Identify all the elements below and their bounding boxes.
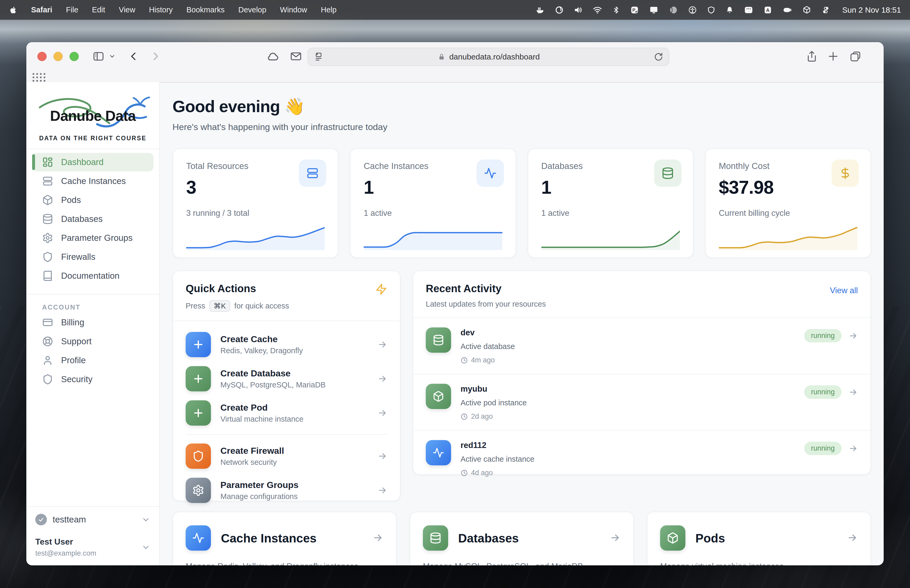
toggle-icon[interactable]	[782, 5, 792, 15]
new-tab-icon[interactable]	[827, 50, 839, 62]
clock-icon	[461, 413, 468, 420]
server-icon	[42, 176, 53, 187]
sidebar-item-cache-instances[interactable]: Cache Instances	[32, 172, 154, 190]
quick-actions-hint: Press ⌘K for quick access	[186, 300, 387, 312]
view-all-link[interactable]: View all	[830, 286, 858, 295]
input-source-icon[interactable]: A	[763, 5, 772, 15]
grid-handle-icon[interactable]	[32, 73, 46, 82]
sparkline-chart	[186, 225, 325, 250]
window-minimize-button[interactable]	[53, 52, 63, 61]
stat-subtext: Current billing cycle	[719, 208, 790, 218]
bluetooth-icon[interactable]	[612, 6, 620, 14]
docker-whale-icon[interactable]	[535, 5, 545, 15]
quick-action-create-database[interactable]: Create DatabaseMySQL, PostgreSQL, MariaD…	[173, 362, 400, 396]
window-zoom-button[interactable]	[70, 52, 79, 61]
page-title: Good evening 👋	[173, 97, 871, 116]
globe-icon[interactable]	[669, 5, 678, 15]
ring-icon[interactable]	[555, 5, 564, 15]
resource-card-cache-instances[interactable]: Cache Instances Manage Redis, Valkey, an…	[173, 512, 396, 565]
sidebar-chevron-icon[interactable]	[109, 53, 116, 60]
menu-item-develop[interactable]: Develop	[238, 5, 266, 14]
sparkline-chart	[364, 225, 502, 250]
quick-action-parameter-groups[interactable]: Parameter GroupsManage configurations	[173, 473, 400, 507]
arrow-right-icon	[377, 408, 387, 418]
sparkline-chart	[541, 225, 680, 250]
tab-overview-icon[interactable]	[849, 50, 862, 62]
resource-card-subtitle: Manage MySQL, PostgreSQL, and MariaDB	[423, 562, 583, 565]
notch-shield-icon[interactable]	[707, 6, 715, 14]
window-close-button[interactable]	[37, 52, 47, 61]
team-switcher[interactable]: testteam	[35, 514, 150, 525]
sidebar-item-documentation[interactable]: Documentation	[32, 267, 154, 285]
quick-actions-title: Quick Actions	[186, 283, 387, 294]
menu-item-view[interactable]: View	[119, 5, 135, 14]
keypad-icon[interactable]	[744, 5, 753, 15]
forward-button[interactable]	[150, 51, 161, 62]
resource-card-pods[interactable]: Pods Manage virtual machine instances	[647, 512, 871, 565]
sidebar-item-label: Security	[61, 374, 92, 384]
control-pills-icon[interactable]	[821, 5, 830, 15]
sidebar-item-label: Dashboard	[61, 157, 103, 167]
cube-icon[interactable]	[802, 5, 811, 15]
shield-icon	[42, 251, 53, 262]
apple-menu-icon[interactable]	[9, 6, 18, 14]
user-menu[interactable]: Test User test@example.com	[35, 537, 150, 557]
menu-item-edit[interactable]: Edit	[92, 5, 105, 14]
database-icon	[423, 525, 448, 551]
logo-title: Danube Data	[34, 107, 151, 124]
quick-action-create-firewall[interactable]: Create FirewallNetwork security	[173, 439, 400, 473]
sidebar-item-profile[interactable]: Profile	[32, 351, 154, 370]
page-subtitle: Here's what's happening with your infras…	[173, 122, 871, 132]
stat-subtext: 1 active	[541, 208, 569, 218]
icloud-icon[interactable]	[266, 50, 279, 63]
arrow-right-icon	[847, 532, 858, 543]
sidebar-item-firewalls[interactable]: Firewalls	[32, 248, 154, 266]
menu-item-window[interactable]: Window	[280, 5, 307, 14]
quick-action-create-pod[interactable]: Create PodVirtual machine instance	[173, 396, 400, 430]
share-icon[interactable]	[806, 50, 818, 62]
menu-bar-clock[interactable]: Sun 2 Nov 18:51	[842, 5, 901, 15]
sidebar-item-label: Profile	[61, 355, 86, 365]
activity-row-myubu[interactable]: myubu Active pod instance 2d ago running	[413, 374, 871, 430]
address-bar[interactable]: danubedata.ro/dashboard	[307, 48, 669, 66]
cube-icon	[660, 525, 685, 551]
menu-item-history[interactable]: History	[149, 5, 173, 14]
stat-card-row: Total Resources 3 3 running / 3 total Ca…	[173, 149, 871, 258]
sidebar-toggle-icon[interactable]	[92, 50, 105, 62]
resource-name: red112	[461, 441, 795, 450]
sidebar-item-pods[interactable]: Pods	[32, 191, 154, 209]
back-button[interactable]	[128, 51, 139, 62]
clock-icon	[461, 469, 468, 477]
sidebar-item-dashboard[interactable]: Dashboard	[32, 153, 154, 171]
stat-value: 3	[186, 177, 196, 198]
sidebar-item-billing[interactable]: Billing	[32, 313, 154, 332]
resource-card-databases[interactable]: Databases Manage MySQL, PostgreSQL, and …	[410, 512, 634, 565]
wifi-icon[interactable]	[593, 5, 602, 15]
parking-badge-icon[interactable]: P	[630, 5, 639, 15]
stat-card-cache-instances: Cache Instances 1 1 active	[350, 149, 516, 258]
menu-item-help[interactable]: Help	[321, 5, 337, 14]
accessibility-icon[interactable]	[688, 5, 697, 15]
activity-row-red112[interactable]: red112 Active cache instance 4d ago runn…	[413, 430, 871, 486]
svg-text:P: P	[632, 8, 635, 13]
quick-action-create-cache[interactable]: Create CacheRedis, Valkey, Dragonfly	[173, 328, 400, 362]
sidebar-item-label: Billing	[61, 317, 84, 328]
sidebar-item-security[interactable]: Security	[32, 370, 154, 388]
volume-icon[interactable]	[574, 5, 583, 15]
menu-item-bookmarks[interactable]: Bookmarks	[186, 5, 225, 14]
sidebar-item-parameter-groups[interactable]: Parameter Groups	[32, 229, 154, 247]
reader-icon[interactable]	[314, 52, 324, 62]
bell-icon[interactable]	[726, 6, 734, 14]
url-text[interactable]: danubedata.ro/dashboard	[449, 52, 540, 61]
sidebar-item-support[interactable]: Support	[32, 332, 154, 351]
sidebar-item-databases[interactable]: Databases	[32, 210, 154, 228]
display-icon[interactable]	[649, 5, 659, 15]
action-title: Create Database	[220, 368, 368, 378]
menu-item-file[interactable]: File	[66, 5, 78, 14]
activity-icon	[426, 440, 451, 465]
activity-row-dev[interactable]: dev Active database 4m ago running	[413, 318, 871, 374]
menu-item-safari[interactable]: Safari	[31, 5, 52, 14]
quick-actions-separator	[186, 434, 387, 435]
reload-icon[interactable]	[653, 52, 664, 62]
mail-icon[interactable]	[289, 50, 302, 63]
